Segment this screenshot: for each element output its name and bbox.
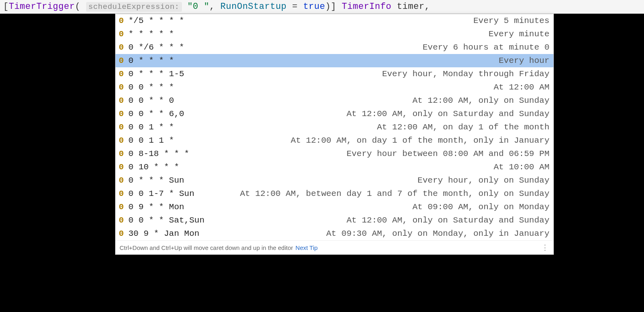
cron-description: At 12:00 AM, only on Saturday and Sunday <box>184 109 549 119</box>
cron-expression: 0 */6 * * * <box>128 43 184 52</box>
parameter-hint: scheduleExpression: <box>86 2 182 12</box>
arg-comma: , <box>209 2 215 12</box>
cron-description: At 09:00 AM, only on Monday <box>184 202 549 212</box>
code-editor-line[interactable]: [TimerTrigger( scheduleExpression: "0 ",… <box>0 0 644 14</box>
cron-description: At 12:00 AM, between day 1 and 7 of the … <box>194 189 549 198</box>
suggestion-item[interactable]: 030 9 * Jan MonAt 09:30 AM, only on Mond… <box>116 227 553 240</box>
cron-expression: 0 * * * 1-5 <box>128 69 184 79</box>
suggestion-marker: 0 <box>119 109 124 119</box>
suggestion-marker: 0 <box>119 29 124 39</box>
bool-literal: true <box>303 2 325 12</box>
suggestion-marker: 0 <box>119 16 124 25</box>
property-name: RunOnStartup <box>221 2 287 12</box>
cron-expression: 0 0 1-7 * Sun <box>128 189 194 198</box>
suggestion-marker: 0 <box>119 56 124 65</box>
trailing-comma: , <box>425 2 430 12</box>
suggestion-marker: 0 <box>119 83 124 92</box>
suggestion-item[interactable]: 00 0 * * *At 12:00 AM <box>116 81 553 94</box>
suggestion-marker: 0 <box>119 229 124 238</box>
suggestion-marker: 0 <box>119 43 124 52</box>
cron-expression: 0 8-18 * * * <box>128 149 189 158</box>
cron-description: Every hour, Monday through Friday <box>184 69 549 79</box>
suggestion-marker: 0 <box>119 136 124 145</box>
cron-expression: 0 0 * * Sat,Sun <box>128 216 204 225</box>
cron-expression: */5 * * * * <box>128 16 184 25</box>
cron-expression: 0 0 * * 6,0 <box>128 109 184 119</box>
suggestion-marker: 0 <box>119 123 124 132</box>
suggestion-marker: 0 <box>119 149 124 158</box>
cron-expression: 30 9 * Jan Mon <box>128 229 199 238</box>
suggestion-marker: 0 <box>119 96 124 105</box>
string-literal: "0 " <box>187 2 209 12</box>
cron-description: Every hour, only on Sunday <box>184 176 549 185</box>
cron-expression: 0 0 * * * <box>128 83 174 92</box>
suggestion-item[interactable]: 00 10 * * *At 10:00 AM <box>116 160 553 174</box>
suggestion-item[interactable]: 00 */6 * * *Every 6 hours at minute 0 <box>116 41 553 54</box>
open-paren: ( <box>75 2 80 12</box>
suggestion-item[interactable]: 00 0 1-7 * SunAt 12:00 AM, between day 1… <box>116 187 553 200</box>
cron-description: At 12:00 AM <box>174 83 549 92</box>
more-options-icon[interactable]: ⋮ <box>541 243 549 252</box>
cron-description: Every minute <box>174 29 549 39</box>
suggestion-list[interactable]: 0*/5 * * * *Every 5 minutes0* * * * *Eve… <box>116 14 553 240</box>
attribute-type: TimerTrigger <box>9 2 75 12</box>
cron-description: At 12:00 AM, only on Saturday and Sunday <box>204 216 549 225</box>
suggestion-marker: 0 <box>119 202 124 212</box>
cron-expression: 0 * * * * <box>128 56 174 65</box>
cron-expression: * * * * * <box>128 29 174 39</box>
cron-expression: 0 10 * * * <box>128 162 179 172</box>
suggestion-marker: 0 <box>119 69 124 79</box>
suggestion-item[interactable]: 00 * * * SunEvery hour, only on Sunday <box>116 174 553 187</box>
return-type: TimerInfo <box>342 2 391 12</box>
suggestion-marker: 0 <box>119 162 124 172</box>
equals-sign: = <box>287 2 303 12</box>
suggestion-marker: 0 <box>119 189 124 198</box>
popup-footer: Ctrl+Down and Ctrl+Up will move caret do… <box>116 240 553 254</box>
suggestion-item[interactable]: 00 * * * *Every hour <box>116 54 553 67</box>
suggestion-item[interactable]: 00 0 1 1 *At 12:00 AM, on day 1 of the m… <box>116 134 553 147</box>
suggestion-item[interactable]: 0*/5 * * * *Every 5 minutes <box>116 14 553 27</box>
cron-description: Every hour between 08:00 AM and 06:59 PM <box>189 149 549 158</box>
suggestion-item[interactable]: 00 0 * * Sat,SunAt 12:00 AM, only on Sat… <box>116 214 553 227</box>
cron-expression: 0 0 1 * * <box>128 123 174 132</box>
variable-name: timer <box>397 2 425 12</box>
suggestion-marker: 0 <box>119 216 124 225</box>
cron-description: Every hour <box>174 56 549 65</box>
open-bracket: [ <box>3 2 9 12</box>
cron-description: Every 6 hours at minute 0 <box>184 43 549 52</box>
cron-expression: 0 9 * * Mon <box>128 202 184 212</box>
cron-description: At 12:00 AM, on day 1 of the month <box>174 123 549 132</box>
suggestion-item[interactable]: 00 8-18 * * *Every hour between 08:00 AM… <box>116 147 553 160</box>
suggestion-item[interactable]: 00 * * * 1-5Every hour, Monday through F… <box>116 67 553 81</box>
suggestion-item[interactable]: 00 9 * * MonAt 09:00 AM, only on Monday <box>116 200 553 214</box>
suggestion-marker: 0 <box>119 176 124 185</box>
next-tip-link[interactable]: Next Tip <box>295 244 318 251</box>
suggestion-item[interactable]: 00 0 1 * *At 12:00 AM, on day 1 of the m… <box>116 121 553 134</box>
cron-description: Every 5 minutes <box>184 16 549 25</box>
close-paren-bracket: )] <box>325 2 336 12</box>
suggestion-item[interactable]: 00 0 * * 0At 12:00 AM, only on Sunday <box>116 94 553 107</box>
suggestion-item[interactable]: 00 0 * * 6,0At 12:00 AM, only on Saturda… <box>116 107 553 121</box>
cron-expression: 0 * * * Sun <box>128 176 184 185</box>
cron-expression: 0 0 1 1 * <box>128 136 174 145</box>
cron-description: At 12:00 AM, on day 1 of the month, only… <box>174 136 549 145</box>
footer-tip-text: Ctrl+Down and Ctrl+Up will move caret do… <box>120 244 293 251</box>
cron-description: At 12:00 AM, only on Sunday <box>174 96 549 105</box>
autocomplete-popup: 0*/5 * * * *Every 5 minutes0* * * * *Eve… <box>115 14 554 255</box>
cron-expression: 0 0 * * 0 <box>128 96 174 105</box>
suggestion-item[interactable]: 0* * * * *Every minute <box>116 27 553 41</box>
cron-description: At 10:00 AM <box>179 162 549 172</box>
cron-description: At 09:30 AM, only on Monday, only in Jan… <box>199 229 549 238</box>
